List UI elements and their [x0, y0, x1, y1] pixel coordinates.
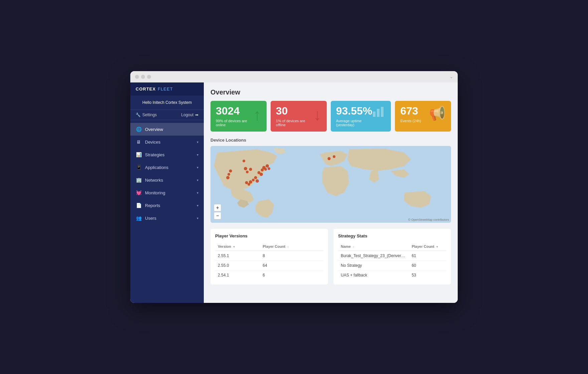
logout-button[interactable]: Logout ➡	[181, 113, 198, 117]
map-zoom-out-button[interactable]: −	[214, 212, 221, 219]
nav-item-left-networks: 🏢 Networks	[136, 177, 163, 183]
strategy-stats-table: Name ↕ Player Count ▾ Burak_Test_Strateg…	[338, 242, 446, 280]
svg-point-12	[252, 179, 255, 181]
monitoring-icon: 💓	[136, 190, 142, 195]
player-versions-header-row: Version ▾ Player Count ↕	[215, 242, 323, 251]
stat-number-online: 3024	[216, 106, 253, 116]
stat-card-left-events: 673 Events (24h)	[400, 106, 421, 123]
sort-icon-version[interactable]: ▾	[233, 245, 235, 248]
sidebar-item-devices[interactable]: 🖥 Devices ▾	[130, 136, 204, 148]
svg-point-6	[264, 168, 267, 171]
browser-dot-red	[135, 75, 139, 79]
cell-version: 2.54.1	[215, 270, 260, 280]
svg-point-17	[229, 170, 232, 173]
strategy-stats-title: Strategy Stats	[338, 233, 446, 238]
stat-card-left-offline: 30 1% of devices are offline	[276, 106, 313, 127]
sidebar-item-strategies[interactable]: 📊 Strategies ▾	[130, 148, 204, 161]
sidebar-item-label-strategies: Strategies	[145, 152, 165, 157]
sidebar-item-overview[interactable]: 🌐 Overview	[130, 123, 204, 136]
browser-chevron: ⌄	[450, 74, 453, 79]
map-attribution: © OpenStreetMap contributors	[408, 218, 449, 221]
wrench-icon: 🔧	[136, 113, 141, 117]
browser-dots	[135, 75, 151, 79]
cell-count: 6	[260, 270, 323, 280]
table-row: 2.54.1 6	[215, 270, 323, 280]
sidebar-nav: 🌐 Overview 🖥 Devices ▾ 📊 Strategies	[130, 120, 204, 303]
svg-point-16	[244, 167, 247, 170]
sort-icon-player-count[interactable]: ↕	[287, 245, 289, 248]
sidebar-item-label-devices: Devices	[145, 140, 160, 145]
brand-fleet: FLEET	[158, 86, 173, 91]
chevron-down-icon-monitoring: ▾	[197, 191, 198, 195]
main-content: Overview 3024 99% of devices are online …	[204, 82, 458, 303]
map-controls: + −	[214, 204, 221, 219]
svg-point-24	[328, 157, 331, 160]
chevron-down-icon-reports: ▾	[197, 204, 198, 207]
table-row: 2.55.1 8	[215, 251, 323, 261]
cell-name: No Strategy	[338, 261, 409, 270]
table-row: Burak_Test_Strategy_23_(Denver_App_&_UAS…	[338, 251, 446, 261]
sidebar-item-applications[interactable]: 📱 Applications ▾	[130, 161, 204, 174]
users-icon: 👥	[136, 215, 142, 221]
nav-item-left-monitoring: 💓 Monitoring	[136, 190, 165, 195]
stat-card-events: 673 Events (24h) 📢	[395, 101, 451, 132]
stat-card-left-online: 3024 99% of devices are online	[216, 106, 253, 127]
sidebar-item-label-overview: Overview	[145, 127, 163, 132]
sidebar-item-reports[interactable]: 📄 Reports ▾	[130, 199, 204, 212]
svg-point-22	[249, 180, 252, 184]
sidebar-item-monitoring[interactable]: 💓 Monitoring ▾	[130, 186, 204, 199]
svg-point-19	[226, 176, 230, 179]
svg-rect-2	[381, 107, 384, 117]
player-versions-table: Version ▾ Player Count ↕ 2.55.1 8 2.55.0…	[215, 242, 323, 280]
sidebar-actions: 🔧 Settings Logout ➡	[130, 110, 204, 120]
brand-cortex: CORTEX	[136, 86, 156, 91]
strategies-icon: 📊	[136, 152, 142, 157]
sidebar-user: Hello Initech Cortex System	[130, 96, 204, 110]
svg-point-7	[266, 164, 269, 168]
col-name: Name ↕	[338, 242, 409, 251]
sidebar-username: Hello Initech Cortex System	[142, 100, 192, 105]
sort-icon-strategy-count[interactable]: ▾	[436, 245, 438, 248]
stat-label-events: Events (24h)	[400, 119, 421, 123]
nav-item-left-overview: 🌐 Overview	[136, 127, 163, 132]
sidebar-item-networks[interactable]: 🏢 Networks ▾	[130, 174, 204, 186]
browser-window: ⌄ CORTEX FLEET Hello Initech Cortex Syst…	[130, 71, 458, 303]
cell-count: 64	[260, 261, 323, 270]
app-container: CORTEX FLEET Hello Initech Cortex System…	[130, 82, 458, 303]
cell-name: Burak_Test_Strategy_23_(Denver_App_&_UAS	[338, 251, 409, 261]
applications-icon: 📱	[136, 165, 142, 170]
sidebar-item-label-networks: Networks	[145, 178, 163, 183]
settings-label: Settings	[142, 113, 157, 117]
map-zoom-in-button[interactable]: +	[214, 204, 221, 211]
strategy-stats-section: Strategy Stats Name ↕ Player Count ▾	[333, 229, 451, 285]
bottom-tables: Player Versions Version ▾ Player Count ↕	[210, 229, 451, 285]
svg-point-18	[228, 173, 230, 176]
chevron-down-icon-applications: ▾	[197, 166, 198, 169]
nav-item-left-applications: 📱 Applications	[136, 165, 168, 170]
col-player-count: Player Count ↕	[260, 242, 323, 251]
svg-rect-1	[377, 109, 380, 117]
page-title: Overview	[210, 88, 451, 96]
nav-item-left-users: 👥 Users	[136, 215, 156, 221]
arrow-up-icon: ↑	[253, 106, 261, 124]
settings-button[interactable]: 🔧 Settings	[136, 113, 157, 117]
arrow-down-icon: ↓	[313, 106, 321, 124]
map-container: + − © OpenStreetMap contributors	[210, 146, 451, 223]
stat-card-uptime: 93.55% Average uptime (yesterday)	[331, 101, 391, 132]
sidebar-item-label-applications: Applications	[145, 165, 168, 170]
browser-dot-yellow	[141, 75, 145, 79]
chevron-down-icon-networks: ▾	[197, 178, 198, 182]
networks-icon: 🏢	[136, 177, 142, 183]
strategy-stats-header-row: Name ↕ Player Count ▾	[338, 242, 446, 251]
stat-number-offline: 30	[276, 106, 313, 116]
sort-icon-name[interactable]: ↕	[353, 245, 354, 248]
app-brand: CORTEX FLEET	[130, 82, 204, 96]
svg-point-23	[243, 160, 245, 162]
logout-label: Logout	[181, 113, 193, 117]
sidebar-item-users[interactable]: 👥 Users ▾	[130, 212, 204, 224]
sidebar: CORTEX FLEET Hello Initech Cortex System…	[130, 82, 204, 303]
map-section-title: Device Locations	[210, 138, 451, 143]
overview-icon: 🌐	[136, 127, 142, 132]
cell-strategy-count: 53	[409, 270, 446, 280]
sidebar-item-label-monitoring: Monitoring	[145, 190, 165, 195]
